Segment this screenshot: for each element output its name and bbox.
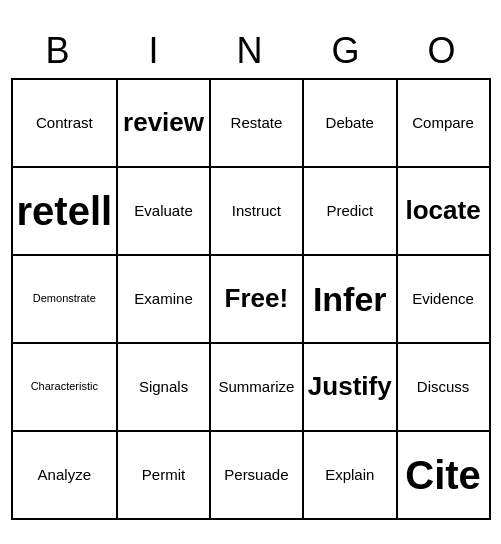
cell-text: Evidence [412, 290, 474, 308]
bingo-cell: Evidence [398, 256, 491, 344]
bingo-cell: Summarize [211, 344, 304, 432]
bingo-cell: Evaluate [118, 168, 211, 256]
bingo-cell: Predict [304, 168, 398, 256]
cell-text: Characteristic [31, 380, 98, 393]
cell-text: Discuss [417, 378, 470, 396]
cell-text: Explain [325, 466, 374, 484]
cell-text: Cite [405, 451, 481, 499]
header-letter: N [203, 24, 299, 78]
bingo-cell: Persuade [211, 432, 304, 520]
bingo-grid: ContrastreviewRestateDebateCompareretell… [11, 78, 491, 520]
bingo-cell: Signals [118, 344, 211, 432]
bingo-cell: retell [13, 168, 119, 256]
cell-text: retell [17, 187, 113, 235]
bingo-cell: Justify [304, 344, 398, 432]
bingo-cell: locate [398, 168, 491, 256]
cell-text: Infer [313, 279, 387, 320]
cell-text: Instruct [232, 202, 281, 220]
cell-text: Signals [139, 378, 188, 396]
cell-text: Demonstrate [33, 292, 96, 305]
bingo-cell: Free! [211, 256, 304, 344]
cell-text: Debate [326, 114, 374, 132]
bingo-cell: Compare [398, 80, 491, 168]
header-letter: I [107, 24, 203, 78]
cell-text: Justify [308, 371, 392, 402]
bingo-cell: Contrast [13, 80, 119, 168]
cell-text: Summarize [218, 378, 294, 396]
header-letter: O [395, 24, 491, 78]
cell-text: Examine [134, 290, 192, 308]
cell-text: Free! [225, 283, 289, 314]
bingo-cell: Permit [118, 432, 211, 520]
bingo-cell: review [118, 80, 211, 168]
bingo-cell: Cite [398, 432, 491, 520]
cell-text: Evaluate [134, 202, 192, 220]
bingo-cell: Characteristic [13, 344, 119, 432]
cell-text: locate [405, 195, 480, 226]
cell-text: Restate [231, 114, 283, 132]
bingo-cell: Instruct [211, 168, 304, 256]
cell-text: Contrast [36, 114, 93, 132]
bingo-cell: Infer [304, 256, 398, 344]
bingo-cell: Demonstrate [13, 256, 119, 344]
cell-text: Permit [142, 466, 185, 484]
bingo-cell: Analyze [13, 432, 119, 520]
bingo-cell: Examine [118, 256, 211, 344]
cell-text: Analyze [38, 466, 91, 484]
bingo-cell: Explain [304, 432, 398, 520]
cell-text: Compare [412, 114, 474, 132]
bingo-cell: Discuss [398, 344, 491, 432]
bingo-cell: Debate [304, 80, 398, 168]
cell-text: review [123, 107, 204, 138]
bingo-cell: Restate [211, 80, 304, 168]
cell-text: Persuade [224, 466, 288, 484]
bingo-card: BINGO ContrastreviewRestateDebateCompare… [11, 24, 491, 520]
cell-text: Predict [326, 202, 373, 220]
header-letter: B [11, 24, 107, 78]
header-letter: G [299, 24, 395, 78]
bingo-header: BINGO [11, 24, 491, 78]
